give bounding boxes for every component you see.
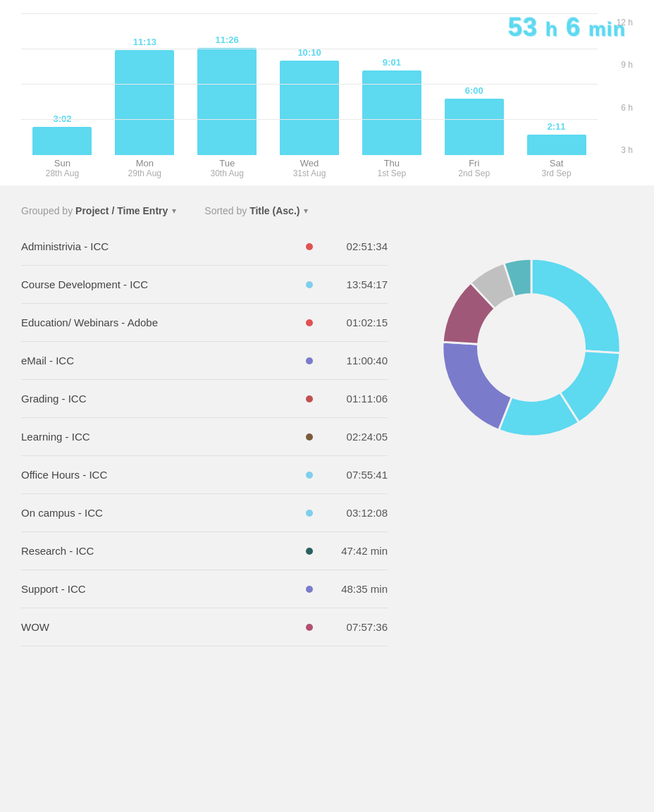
bar-value: 11:13 [133, 37, 156, 47]
project-item[interactable]: Support - ICC48:35 min [21, 570, 388, 608]
project-name: eMail - ICC [21, 355, 295, 367]
bar-group: 3:02 [21, 14, 104, 155]
project-name: Learning - ICC [21, 431, 295, 443]
bar-group: 9:01 [350, 14, 433, 155]
project-item[interactable]: On campus - ICC03:12:08 [21, 494, 388, 532]
project-name: Education/ Webinars - Adobe [21, 316, 295, 328]
bar-day: Sat [515, 158, 598, 168]
bar-day: Mon [104, 158, 186, 168]
bar [362, 70, 421, 155]
project-name: Office Hours - ICC [21, 469, 295, 481]
project-item[interactable]: Learning - ICC02:24:05 [21, 418, 388, 456]
project-time: 02:24:05 [324, 431, 388, 443]
bar-date: 30th Aug [186, 168, 269, 178]
project-time: 11:00:40 [324, 355, 388, 367]
project-time: 02:51:34 [324, 240, 388, 252]
project-time: 07:57:36 [324, 621, 388, 633]
project-item[interactable]: Administrivia - ICC02:51:34 [21, 228, 388, 266]
bar-day: Thu [350, 158, 433, 168]
bar-value: 2:11 [548, 121, 566, 132]
project-item[interactable]: WOW07:57:36 [21, 608, 388, 646]
x-label: Sat3rd Sep [515, 158, 598, 178]
bar-value: 10:10 [297, 47, 321, 58]
bar-day: Sun [21, 158, 104, 168]
bar-group: 11:13 [104, 14, 186, 155]
x-label: Tue30th Aug [186, 158, 269, 178]
project-color-dot [306, 624, 313, 631]
bar-value: 11:26 [216, 35, 239, 45]
project-name: WOW [21, 621, 295, 633]
bar-date: 29th Aug [104, 168, 186, 178]
bar-value: 9:01 [383, 57, 401, 68]
sort-by-label: Sorted by Title (Asc.) [204, 205, 300, 216]
sort-by-dropdown[interactable]: Sorted by Title (Asc.) ▾ [204, 205, 308, 216]
group-by-arrow[interactable]: ▾ [172, 206, 176, 216]
project-color-dot [306, 548, 313, 555]
bar-day: Tue [186, 158, 269, 168]
sort-by-arrow[interactable]: ▾ [304, 206, 308, 216]
bar-day: Fri [433, 158, 515, 168]
project-name: On campus - ICC [21, 507, 295, 519]
bar-group: 10:10 [269, 14, 351, 155]
bar-date: 3rd Sep [515, 168, 598, 178]
project-item[interactable]: eMail - ICC11:00:40 [21, 342, 388, 380]
project-name: Course Development - ICC [21, 278, 295, 290]
bar-date: 31st Aug [269, 168, 351, 178]
bar-chart: 3:0211:1311:2610:109:016:002:1112 h9 h6 … [21, 14, 633, 155]
project-color-dot [306, 433, 313, 441]
bar-group: 11:26 [186, 14, 269, 155]
project-color-dot [306, 472, 313, 479]
project-item[interactable]: Education/ Webinars - Adobe01:02:15 [21, 304, 388, 342]
project-time: 48:35 min [324, 583, 388, 595]
project-time: 47:42 min [324, 545, 388, 557]
bar-group: 2:11 [515, 14, 598, 155]
x-labels: Sun28th AugMon29th AugTue30th AugWed31st… [21, 155, 633, 178]
bar-date: 2nd Sep [433, 168, 515, 178]
project-item[interactable]: Research - ICC47:42 min [21, 532, 388, 570]
project-item[interactable]: Grading - ICC01:11:06 [21, 380, 388, 418]
project-time: 13:54:17 [324, 278, 388, 290]
bar [280, 61, 339, 155]
project-time: 07:55:41 [324, 469, 388, 481]
x-label: Wed31st Aug [269, 158, 351, 178]
project-color-dot [306, 357, 313, 364]
bar-date: 28th Aug [21, 168, 104, 178]
bar [115, 50, 174, 155]
group-by-label: Grouped by Project / Time Entry [21, 205, 168, 216]
donut-chart [433, 249, 630, 446]
bar-chart-section: 53 h 6 min 3:0211:1311:2610:109:016:002:… [0, 0, 654, 185]
bar [32, 127, 92, 155]
project-time: 01:02:15 [324, 316, 388, 328]
project-name: Grading - ICC [21, 393, 295, 405]
filter-row: Grouped by Project / Time Entry ▾ Sorted… [0, 185, 654, 228]
project-color-dot [306, 243, 313, 250]
main-content: Administrivia - ICC02:51:34Course Develo… [0, 228, 654, 668]
project-name: Research - ICC [21, 545, 295, 557]
bar-date: 1st Sep [350, 168, 433, 178]
x-label: Sun28th Aug [21, 158, 104, 178]
y-label: 9 h [621, 60, 633, 70]
project-name: Administrivia - ICC [21, 240, 295, 252]
project-name: Support - ICC [21, 583, 295, 595]
project-time: 03:12:08 [324, 507, 388, 519]
x-label: Mon29th Aug [104, 158, 186, 178]
donut-section [409, 228, 654, 646]
group-by-dropdown[interactable]: Grouped by Project / Time Entry ▾ [21, 205, 176, 216]
bar-value: 3:02 [53, 113, 71, 124]
y-axis: 12 h9 h6 h3 h [617, 14, 633, 155]
project-color-dot [306, 586, 313, 593]
bar [527, 135, 586, 155]
donut-center [478, 294, 584, 400]
bar [197, 48, 257, 155]
y-label: 12 h [617, 18, 633, 27]
project-item[interactable]: Office Hours - ICC07:55:41 [21, 456, 388, 494]
project-color-dot [306, 510, 313, 517]
project-color-dot [306, 319, 313, 326]
x-label: Thu1st Sep [350, 158, 433, 178]
project-list: Administrivia - ICC02:51:34Course Develo… [0, 228, 409, 646]
x-label: Fri2nd Sep [433, 158, 515, 178]
project-item[interactable]: Course Development - ICC13:54:17 [21, 266, 388, 304]
project-time: 01:11:06 [324, 393, 388, 405]
bar-value: 6:00 [465, 85, 483, 96]
bar-group: 6:00 [433, 14, 515, 155]
